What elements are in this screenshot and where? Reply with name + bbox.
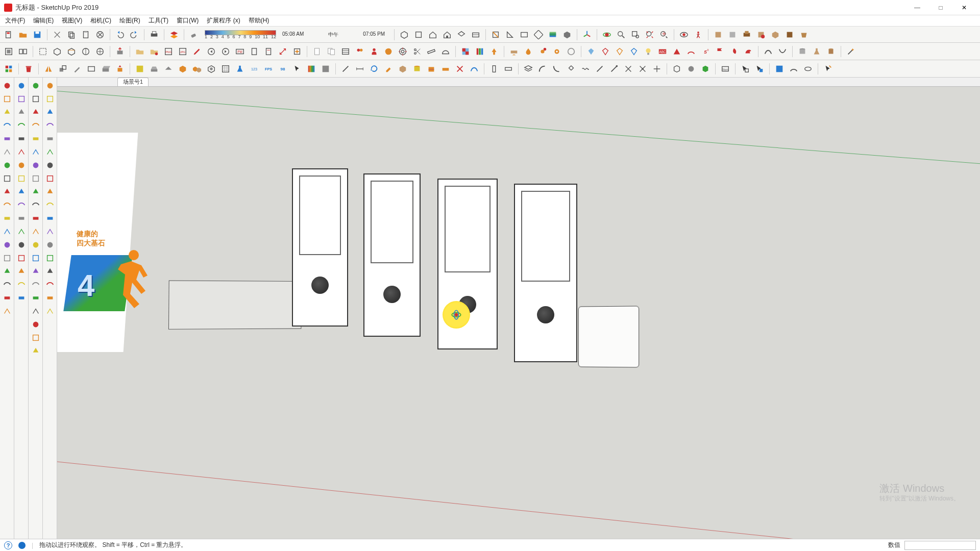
menu-ext[interactable]: 扩展程序 (x) xyxy=(204,15,243,26)
cut-button[interactable] xyxy=(51,28,64,41)
roof2-button[interactable] xyxy=(44,172,56,185)
extrude-button[interactable] xyxy=(113,62,127,76)
sphere-red-button[interactable] xyxy=(1,80,13,92)
tool-e-button[interactable] xyxy=(93,45,107,58)
bottom-view-button[interactable] xyxy=(469,28,482,41)
stairs-button[interactable] xyxy=(30,106,42,118)
door-button[interactable] xyxy=(44,265,56,278)
printer-button[interactable] xyxy=(1,106,13,118)
jpg-button[interactable]: JPG xyxy=(176,45,189,58)
doc2-button[interactable] xyxy=(30,345,42,357)
top-view-button[interactable] xyxy=(455,28,468,41)
plus-button[interactable] xyxy=(290,45,304,58)
cursor-button[interactable] xyxy=(290,62,304,76)
camera2-button[interactable] xyxy=(1,133,13,145)
diamond4-button[interactable] xyxy=(627,45,641,58)
clear-button[interactable] xyxy=(565,45,578,58)
diamond1-button[interactable] xyxy=(584,45,598,58)
style4-button[interactable] xyxy=(754,28,768,41)
doc2-button[interactable] xyxy=(262,45,275,58)
viewport-3d[interactable]: 4 健康的四大基石 激活 Windows 转到"设置"以激活 Windows。 xyxy=(57,87,980,539)
save-button[interactable] xyxy=(31,28,44,41)
menu-file[interactable]: 文件(F) xyxy=(2,15,28,26)
back-view-button[interactable] xyxy=(440,28,454,41)
box2-button[interactable] xyxy=(396,62,409,76)
eraser-button[interactable] xyxy=(187,28,201,41)
c8-button[interactable] xyxy=(30,252,42,264)
cylinder-button[interactable] xyxy=(824,45,838,58)
bezier-button[interactable] xyxy=(468,62,481,76)
ruler-button[interactable] xyxy=(425,45,438,58)
lines-button[interactable] xyxy=(30,119,42,132)
lock2-button[interactable] xyxy=(15,146,28,158)
abc-button[interactable]: ABC xyxy=(656,45,669,58)
arrow-button[interactable] xyxy=(15,279,28,291)
bars-button[interactable] xyxy=(44,279,56,291)
grid3-button[interactable] xyxy=(44,93,56,105)
diamond2-button[interactable] xyxy=(599,45,612,58)
circle-button[interactable] xyxy=(15,172,28,185)
shadow-time-scale[interactable]: 123 456 789 101112 05:08 AM 中午 07:05 PM xyxy=(205,30,388,39)
tool-d-button[interactable] xyxy=(79,45,92,58)
tool-a-button[interactable] xyxy=(36,45,50,58)
people-button[interactable] xyxy=(353,45,366,58)
panel4-button[interactable] xyxy=(1,292,13,304)
pan-button[interactable] xyxy=(657,28,671,41)
arrow2-button[interactable] xyxy=(30,133,42,145)
c6-button[interactable] xyxy=(30,226,42,238)
scene-tab-1[interactable]: 场景号1 xyxy=(117,78,149,86)
bars2-button[interactable] xyxy=(44,292,56,304)
curve2-button[interactable] xyxy=(776,45,789,58)
swatches-button[interactable] xyxy=(133,62,146,76)
tri3-button[interactable] xyxy=(15,199,28,211)
box4-button[interactable] xyxy=(30,305,42,317)
fire-button[interactable] xyxy=(522,45,535,58)
iso-view-button[interactable] xyxy=(398,28,411,41)
slash2-button[interactable] xyxy=(607,62,621,76)
cross3-button[interactable] xyxy=(650,62,664,76)
roof-button[interactable] xyxy=(162,62,175,76)
blue-box-button[interactable] xyxy=(773,62,786,76)
menu-tools[interactable]: 工具(T) xyxy=(145,15,172,26)
grid2-button[interactable] xyxy=(219,62,232,76)
brick-button[interactable] xyxy=(507,45,521,58)
dashes-button[interactable] xyxy=(44,305,56,317)
sheets-button[interactable] xyxy=(325,45,338,58)
front-view-button[interactable] xyxy=(412,28,425,41)
rewind-button[interactable] xyxy=(205,45,218,58)
copy-button[interactable] xyxy=(65,28,78,41)
style2-button[interactable] xyxy=(726,28,739,41)
arc3-button[interactable] xyxy=(44,159,56,171)
make-group-button[interactable] xyxy=(2,45,15,58)
section-fill-button[interactable] xyxy=(532,28,545,41)
c3-button[interactable] xyxy=(30,186,42,198)
pencil-button[interactable] xyxy=(190,45,204,58)
maximize-button[interactable]: □ xyxy=(929,0,952,15)
pin-button[interactable] xyxy=(15,159,28,171)
leaf-button[interactable] xyxy=(727,45,741,58)
line2-button[interactable] xyxy=(30,318,42,331)
tube-button[interactable] xyxy=(796,45,809,58)
flag-button[interactable] xyxy=(713,45,726,58)
expand-button[interactable] xyxy=(276,45,289,58)
groove-button[interactable] xyxy=(44,106,56,118)
c2-button[interactable] xyxy=(30,172,42,185)
lines2-button[interactable] xyxy=(30,332,42,344)
loop-button[interactable] xyxy=(368,62,381,76)
style1-button[interactable] xyxy=(712,28,725,41)
undo-button[interactable] xyxy=(113,28,127,41)
layers-button[interactable] xyxy=(167,28,181,41)
diamond3-button[interactable] xyxy=(613,45,626,58)
arc4-button[interactable] xyxy=(44,252,56,264)
cross1-button[interactable] xyxy=(622,62,635,76)
tri-button[interactable] xyxy=(670,45,683,58)
sel2-button[interactable] xyxy=(753,62,766,76)
x1-button[interactable] xyxy=(44,146,56,158)
align1-button[interactable] xyxy=(487,62,501,76)
arc-button[interactable] xyxy=(684,45,698,58)
zoom-extents-button[interactable] xyxy=(643,28,656,41)
folder2-button[interactable] xyxy=(148,45,161,58)
paint-button[interactable] xyxy=(382,62,395,76)
c1-button[interactable] xyxy=(30,159,42,171)
tri2-button[interactable] xyxy=(15,186,28,198)
